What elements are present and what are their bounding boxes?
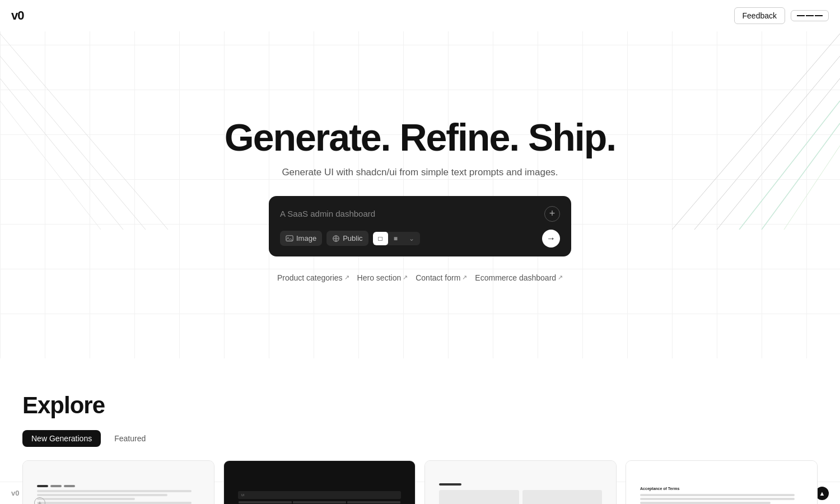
suggestion-label-2: Contact form [416,273,460,282]
mini-nav-2 [50,485,62,487]
suggestion-arrow-2: ↗ [462,274,467,281]
menu-line1 [797,15,805,16]
tab-featured[interactable]: Featured [105,430,155,447]
hero-title: Generate. Refine. Ship. [225,118,615,157]
svg-line-9 [0,101,101,230]
header-right: Feedback [734,7,829,24]
suggestion-hero-section[interactable]: Hero section ↗ [355,272,410,283]
prompt-controls-left: Image Public □ ■ ⌄ [280,231,420,246]
submit-button[interactable]: → [542,230,560,248]
tab-new-generations[interactable]: New Generations [22,430,101,447]
public-button[interactable]: Public [326,231,368,246]
explore-title: Explore [22,392,818,419]
mini-dark-header: UI [238,491,401,499]
svg-line-7 [0,56,146,230]
hero-subtitle: Generate UI with shadcn/ui from simple t… [225,167,615,178]
prompt-box: + Image Public □ ■ ⌄ [269,196,571,256]
prompt-input[interactable] [280,209,544,218]
mini-block-1 [439,490,519,504]
mini-line-2 [37,494,167,496]
mini-line-3 [37,498,135,500]
card-1[interactable]: + 18 seconds ago [22,460,214,504]
card-2[interactable]: UI [223,460,416,504]
card-mini-ui-4: Acceptance of Terms [636,482,808,504]
toggle-chevron[interactable]: ⌄ [403,232,420,245]
deco-lines-left [0,34,168,230]
card-thumb-1: + [23,461,214,504]
svg-line-6 [0,34,168,230]
explore-section: Explore New Generations Featured [0,358,840,504]
globe-icon [332,235,340,242]
card-mini-ui-2: UI [234,487,405,504]
suggestion-ecommerce-dashboard[interactable]: Ecommerce dashboard ↗ [473,272,565,283]
suggestion-product-categories[interactable]: Product categories ↗ [275,272,352,283]
card-3[interactable]: 23 seconds ago [424,460,617,504]
card-mini-ui-3 [435,479,606,504]
toggle-group: □ ■ ⌄ [373,232,421,245]
mini-line-1 [37,490,192,492]
mini-block-2 [522,490,602,504]
suggestion-label-3: Ecommerce dashboard [475,273,556,282]
hero-section: Generate. Refine. Ship. Generate UI with… [0,0,840,358]
card-thumb-3 [425,461,616,504]
mini-line-c3 [640,502,771,504]
hero-content: Generate. Refine. Ship. Generate UI with… [213,84,627,305]
suggestion-contact-form[interactable]: Contact form ↗ [413,272,469,283]
prompt-controls: Image Public □ ■ ⌄ → [280,230,560,248]
svg-line-4 [762,123,840,230]
mini-cell-3 [347,501,400,503]
mini-heading: Acceptance of Terms [640,487,803,491]
toggle-light[interactable]: □ [373,232,388,245]
image-button[interactable]: Image [280,231,322,246]
cards-row: + 18 seconds ago UI [22,460,818,504]
suggestion-arrow-0: ↗ [344,274,349,281]
card-thumb-2: UI [224,461,415,504]
toggle-dark[interactable]: ■ [388,232,403,245]
suggestion-arrow-1: ↗ [403,274,408,281]
public-label: Public [343,234,362,242]
card-4[interactable]: Acceptance of Terms [626,460,818,504]
mini-nav-title [439,483,461,486]
add-attachment-button[interactable]: + [544,206,560,222]
suggestion-arrow-3: ↗ [558,274,563,281]
svg-line-5 [784,146,840,230]
mini-cell-1 [239,501,292,503]
suggestions: Product categories ↗ Hero section ↗ Cont… [225,272,615,283]
svg-line-2 [717,78,840,230]
card-thumb-4: Acceptance of Terms [626,461,817,504]
suggestion-label-0: Product categories [277,273,343,282]
mini-grid [439,490,602,504]
image-icon [286,235,293,242]
logo: v0 [11,8,24,23]
tabs: New Generations Featured [22,430,818,447]
menu-line3 [815,15,823,16]
mini-nav-3 [64,485,75,487]
feedback-button[interactable]: Feedback [734,7,785,24]
header: v0 Feedback [0,0,840,31]
mini-line-c2 [640,498,795,500]
image-label: Image [296,234,316,242]
card-mini-ui-1 [32,480,204,505]
deco-lines-right [672,34,840,230]
svg-line-3 [739,101,840,230]
menu-line2 [806,15,814,16]
suggestion-label-1: Hero section [357,273,402,282]
svg-line-0 [672,34,840,230]
mini-line-c1 [640,494,795,496]
mini-dark-row-1 [238,501,401,503]
svg-line-8 [0,78,123,230]
submit-arrow: → [547,234,556,244]
mini-line-4 [37,502,192,504]
mini-cell-2 [293,501,346,503]
prompt-input-row: + [280,206,560,222]
menu-button[interactable] [791,10,829,21]
mini-nav-1 [37,485,48,487]
svg-line-1 [694,56,840,230]
